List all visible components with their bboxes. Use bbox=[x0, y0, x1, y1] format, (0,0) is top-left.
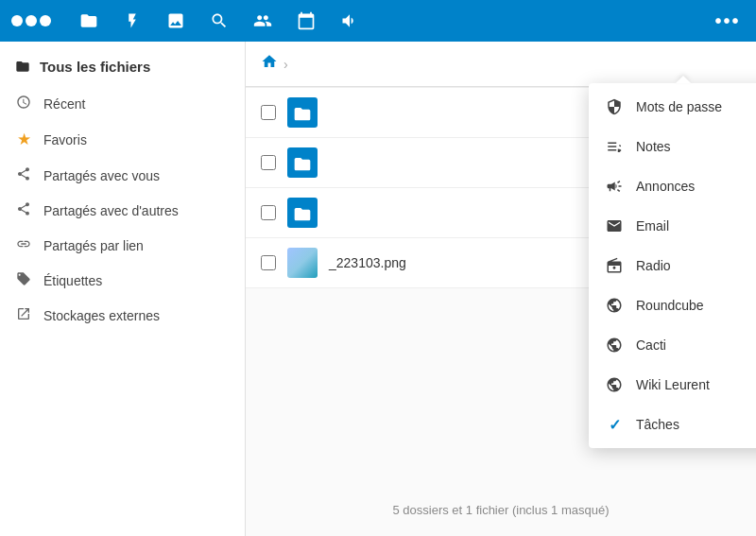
dropdown-menu: Mots de passe Notes Annonces bbox=[589, 83, 756, 448]
image-icon[interactable] bbox=[163, 8, 189, 34]
logo[interactable] bbox=[11, 15, 51, 26]
globe2-icon bbox=[604, 335, 625, 355]
sidebar-item-label: Stockages externes bbox=[43, 308, 160, 323]
dropdown-item-tasks[interactable]: ✓ Tâches bbox=[589, 405, 756, 444]
radio-icon bbox=[604, 255, 625, 276]
dropdown-item-notes[interactable]: Notes bbox=[589, 127, 756, 166]
sidebar-title: Tous les fichiers bbox=[40, 59, 150, 75]
image-thumbnail bbox=[287, 248, 318, 278]
shield-icon bbox=[604, 96, 625, 117]
external-storage-icon bbox=[15, 306, 32, 324]
share-in-icon bbox=[15, 166, 32, 184]
share-out-icon bbox=[15, 201, 32, 219]
sidebar-item-label: Étiquettes bbox=[43, 273, 102, 288]
home-icon[interactable] bbox=[261, 53, 278, 75]
topbar: ••• bbox=[0, 0, 756, 42]
dropdown-item-label: Wiki Leurent bbox=[636, 377, 710, 392]
dropdown-item-label: Email bbox=[636, 218, 669, 233]
globe-icon bbox=[604, 295, 625, 316]
sidebar-item-label: Partagés avec d'autres bbox=[43, 203, 179, 218]
clock-icon bbox=[15, 95, 32, 112]
files-icon[interactable] bbox=[76, 8, 102, 34]
sidebar-item-recent[interactable]: Récent bbox=[0, 86, 245, 121]
dropdown-item-label: Roundcube bbox=[636, 298, 704, 313]
content-area: › bbox=[246, 42, 756, 536]
sidebar-item-label: Favoris bbox=[43, 132, 87, 147]
dropdown-item-passwords[interactable]: Mots de passe bbox=[589, 87, 756, 127]
dropdown-item-label: Cacti bbox=[636, 337, 666, 353]
star-icon: ★ bbox=[15, 130, 32, 149]
more-apps-button[interactable]: ••• bbox=[711, 4, 745, 38]
lightning-icon[interactable] bbox=[119, 8, 146, 34]
sidebar-item-label: Récent bbox=[43, 96, 85, 112]
dropdown-item-label: Tâches bbox=[636, 417, 679, 432]
sidebar-item-external-storage[interactable]: Stockages externes bbox=[0, 298, 245, 333]
email-icon bbox=[604, 216, 625, 236]
audio-icon[interactable] bbox=[336, 8, 363, 34]
link-icon bbox=[15, 236, 32, 254]
file-checkbox[interactable] bbox=[261, 155, 276, 170]
folder-icon bbox=[15, 59, 30, 75]
main-layout: Tous les fichiers Récent ★ Favoris Parta… bbox=[0, 42, 756, 536]
dropdown-item-label: Notes bbox=[636, 139, 671, 154]
sidebar-item-tags[interactable]: Étiquettes bbox=[0, 263, 245, 298]
dropdown-item-label: Radio bbox=[636, 258, 671, 273]
sidebar: Tous les fichiers Récent ★ Favoris Parta… bbox=[0, 42, 246, 536]
sidebar-item-shared-by-link[interactable]: Partagés par lien bbox=[0, 228, 245, 263]
footer-info: 5 dossiers et 1 fichier (inclus 1 masqué… bbox=[246, 503, 756, 517]
sidebar-item-label: Partagés avec vous bbox=[43, 168, 160, 183]
sidebar-item-shared-with-you[interactable]: Partagés avec vous bbox=[0, 158, 245, 193]
breadcrumb-arrow: › bbox=[284, 57, 288, 72]
checkmark-icon: ✓ bbox=[604, 414, 625, 435]
search-icon[interactable] bbox=[206, 8, 232, 34]
dropdown-arrow bbox=[676, 76, 691, 83]
sidebar-item-shared-with-others[interactable]: Partagés avec d'autres bbox=[0, 193, 245, 228]
tag-icon bbox=[15, 271, 32, 289]
dropdown-item-label: Annonces bbox=[636, 179, 695, 194]
sidebar-header: Tous les fichiers bbox=[0, 49, 245, 86]
filename: _223103.png bbox=[329, 255, 406, 270]
dropdown-item-wiki[interactable]: Wiki Leurent bbox=[589, 365, 756, 405]
dropdown-item-cacti[interactable]: Cacti bbox=[589, 325, 756, 365]
sidebar-item-label: Partagés par lien bbox=[43, 238, 144, 253]
announce-icon bbox=[604, 176, 625, 197]
sidebar-item-favorites[interactable]: ★ Favoris bbox=[0, 121, 245, 158]
file-checkbox[interactable] bbox=[261, 255, 276, 270]
note-icon bbox=[604, 136, 625, 157]
dropdown-item-radio[interactable]: Radio bbox=[589, 246, 756, 285]
folder-icon bbox=[287, 97, 318, 128]
dropdown-item-announcements[interactable]: Annonces bbox=[589, 166, 756, 206]
file-checkbox[interactable] bbox=[261, 205, 276, 220]
folder-icon bbox=[287, 198, 318, 228]
dropdown-item-email[interactable]: Email bbox=[589, 206, 756, 246]
file-checkbox[interactable] bbox=[261, 105, 276, 120]
contacts-icon[interactable] bbox=[249, 8, 276, 34]
calendar-icon[interactable] bbox=[293, 8, 319, 34]
dropdown-item-roundcube[interactable]: Roundcube bbox=[589, 285, 756, 325]
globe3-icon bbox=[604, 374, 625, 395]
folder-icon bbox=[287, 147, 318, 178]
dropdown-item-label: Mots de passe bbox=[636, 99, 722, 114]
